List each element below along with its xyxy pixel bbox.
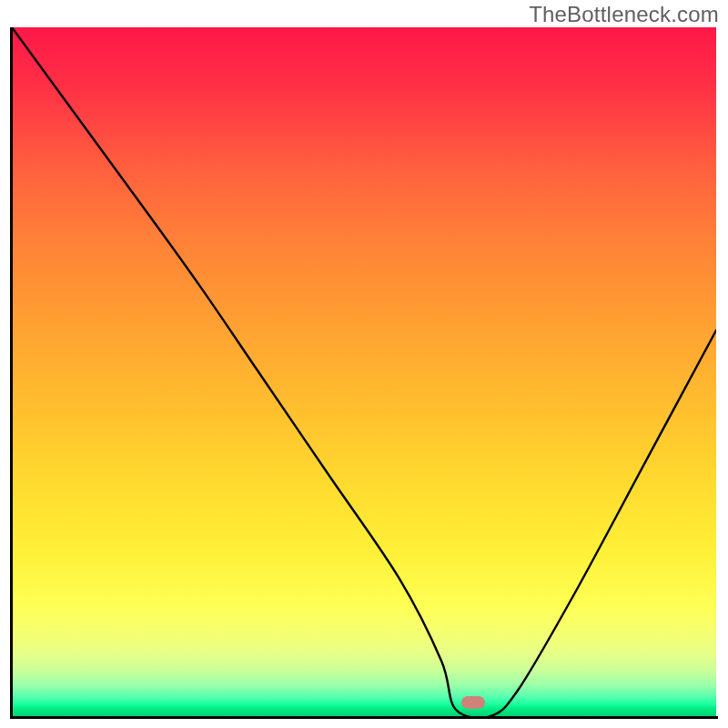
axis-bottom xyxy=(10,716,718,719)
watermark-text: TheBottleneck.com xyxy=(529,2,719,27)
axis-left xyxy=(10,27,13,719)
optimal-point-marker xyxy=(461,696,485,709)
chart-canvas: TheBottleneck.com xyxy=(0,0,728,728)
plot-area xyxy=(12,27,716,716)
curve-svg xyxy=(12,27,716,716)
bottleneck-curve xyxy=(12,27,716,716)
